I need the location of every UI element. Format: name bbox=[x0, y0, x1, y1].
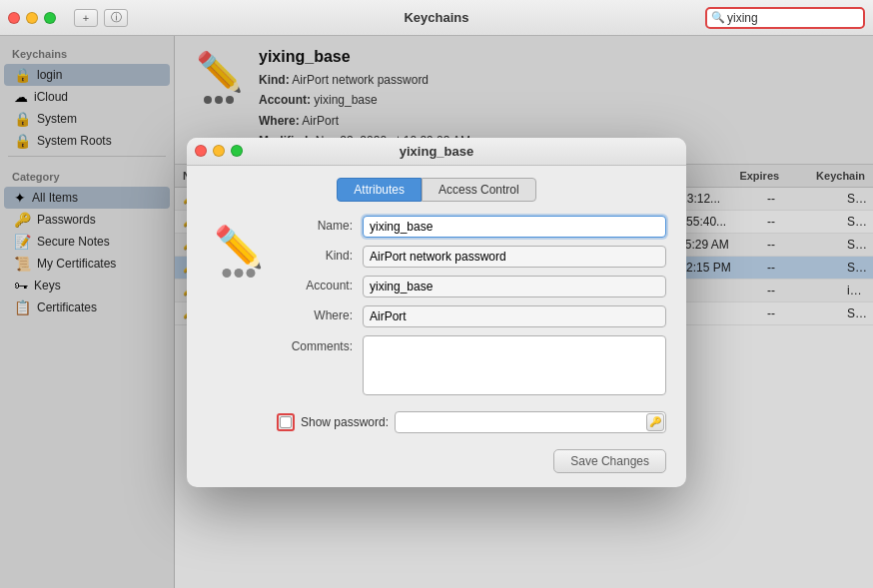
show-password-checkbox[interactable] bbox=[280, 416, 292, 428]
modal-overlay: yixing_base Attributes Access Control ✏️ bbox=[0, 36, 873, 588]
form-row-account: Account: bbox=[283, 276, 666, 297]
info-button[interactable]: ⓘ bbox=[104, 9, 128, 27]
name-input[interactable] bbox=[363, 216, 666, 238]
tab-access-control[interactable]: Access Control bbox=[422, 178, 536, 202]
modal-form-with-icon: ✏️ Name: Kind bbox=[207, 216, 666, 403]
tab-bar: Attributes Access Control bbox=[207, 178, 666, 202]
close-button[interactable] bbox=[8, 12, 20, 24]
minimize-button[interactable] bbox=[26, 12, 38, 24]
kind-input[interactable] bbox=[363, 246, 666, 268]
modal-body: Attributes Access Control ✏️ bbox=[187, 166, 686, 449]
modal-pencil-icon: ✏️ bbox=[214, 224, 264, 271]
app-title: Keychains bbox=[404, 10, 468, 25]
kind-label: Kind: bbox=[283, 246, 363, 263]
modal-maximize-button[interactable] bbox=[231, 145, 243, 157]
search-icon: 🔍 bbox=[711, 11, 725, 24]
modal-icon-area: ✏️ bbox=[207, 216, 271, 280]
password-field[interactable] bbox=[395, 411, 666, 433]
show-password-row: Show password: 🔑 bbox=[207, 411, 666, 433]
modal-close-button[interactable] bbox=[195, 145, 207, 157]
search-input[interactable] bbox=[727, 11, 873, 25]
maximize-button[interactable] bbox=[44, 12, 56, 24]
plus-button[interactable]: + bbox=[74, 9, 98, 27]
modal-dot1 bbox=[223, 269, 232, 278]
modal-minimize-button[interactable] bbox=[213, 145, 225, 157]
modal-titlebar: yixing_base bbox=[187, 138, 686, 166]
comments-label: Comments: bbox=[283, 335, 363, 353]
modal-form-fields: Name: Kind: Account: Where: bbox=[283, 216, 666, 403]
modal-dot3 bbox=[247, 269, 256, 278]
modal-dialog: yixing_base Attributes Access Control ✏️ bbox=[187, 138, 686, 487]
form-row-where: Where: bbox=[283, 305, 666, 327]
form-row-kind: Kind: bbox=[283, 246, 666, 268]
name-label: Name: bbox=[283, 216, 363, 233]
modal-title: yixing_base bbox=[400, 144, 473, 159]
where-label: Where: bbox=[283, 305, 363, 322]
tab-attributes[interactable]: Attributes bbox=[337, 178, 422, 202]
comments-textarea[interactable] bbox=[363, 335, 666, 395]
form-row-name: Name: bbox=[283, 216, 666, 238]
account-label: Account: bbox=[283, 276, 363, 293]
show-password-checkbox-wrap bbox=[277, 413, 295, 431]
where-input[interactable] bbox=[363, 305, 666, 327]
search-box[interactable]: 🔍 ✕ bbox=[705, 7, 865, 29]
password-input-wrap: 🔑 bbox=[395, 411, 666, 433]
form-row-comments: Comments: bbox=[283, 335, 666, 395]
titlebar: + ⓘ Keychains 🔍 ✕ bbox=[0, 0, 873, 36]
modal-dot2 bbox=[235, 269, 244, 278]
modal-footer: Save Changes bbox=[187, 449, 686, 487]
main-content: Keychains 🔒 login ☁ iCloud 🔒 System 🔒 Sy… bbox=[0, 36, 873, 588]
account-input[interactable] bbox=[363, 276, 666, 297]
password-reveal-button[interactable]: 🔑 bbox=[646, 413, 664, 431]
save-changes-button[interactable]: Save Changes bbox=[553, 449, 666, 473]
show-password-label: Show password: bbox=[301, 415, 389, 429]
